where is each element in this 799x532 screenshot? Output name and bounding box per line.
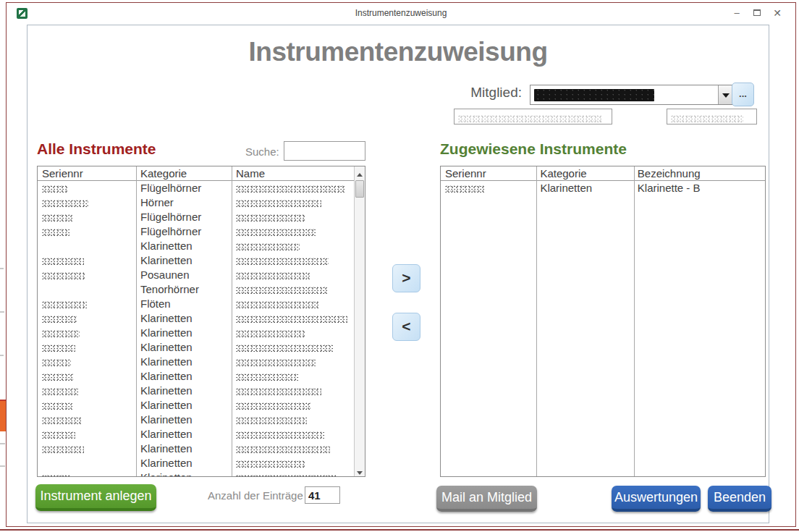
- maximize-button[interactable]: [749, 7, 765, 20]
- table-row[interactable]: Klarinetten: [38, 253, 365, 268]
- table-row[interactable]: Klarinetten: [38, 470, 365, 477]
- window-title: Instrumentenzuweisung: [7, 8, 795, 18]
- table-row[interactable]: Klarinetten: [38, 239, 365, 253]
- redacted-text: [236, 214, 305, 222]
- table-row[interactable]: Posaunen: [38, 268, 365, 282]
- table-row[interactable]: Klarinetten: [38, 355, 365, 369]
- column-header-bezeichnung[interactable]: Bezeichnung: [633, 166, 765, 180]
- table-cell: [232, 268, 355, 282]
- column-divider: [634, 166, 635, 476]
- table-cell: [38, 384, 136, 398]
- title-bar[interactable]: Instrumentenzuweisung – ✕: [7, 3, 795, 23]
- table-row[interactable]: Flügelhörner: [38, 224, 365, 239]
- redacted-text: [236, 301, 320, 309]
- table-row[interactable]: Flügelhörner: [38, 181, 365, 195]
- scrollbar-thumb[interactable]: [355, 180, 364, 198]
- table-row[interactable]: Klarinetten: [38, 442, 365, 456]
- table-cell: Flügelhörner: [136, 210, 232, 224]
- redacted-text: [42, 373, 74, 381]
- table-cell: [38, 224, 136, 239]
- redacted-text: [42, 417, 81, 425]
- redacted-text: [458, 115, 601, 124]
- table-cell: Klarinetten: [136, 311, 232, 326]
- member-label: Mitglied:: [449, 85, 522, 101]
- assign-instrument-button[interactable]: >: [392, 264, 420, 292]
- table-cell: [38, 268, 136, 282]
- table-cell: Klarinetten: [136, 427, 232, 442]
- table-cell: Hörner: [136, 195, 232, 210]
- redacted-text: [236, 287, 327, 295]
- table-row[interactable]: Flöten: [38, 297, 365, 311]
- table-row[interactable]: Klarinetten: [38, 384, 365, 398]
- scroll-up-button[interactable]: [355, 166, 365, 178]
- vertical-scrollbar[interactable]: [354, 166, 365, 476]
- table-row[interactable]: Klarinetten: [38, 326, 365, 340]
- table-cell: [232, 413, 355, 427]
- page-title: Instrumentenzuweisung: [27, 37, 769, 67]
- table-cell: [232, 384, 355, 398]
- redacted-text: [42, 229, 69, 237]
- mail-to-member-button[interactable]: Mail an Mitglied: [436, 486, 537, 512]
- table-cell: Klarinetten: [136, 384, 232, 398]
- table-row[interactable]: Klarinetten: [38, 340, 365, 355]
- table-row[interactable]: Klarinetten: [38, 311, 365, 326]
- minimize-icon: –: [734, 7, 739, 18]
- table-row[interactable]: Klarinetten: [38, 427, 365, 442]
- table-row[interactable]: KlarinettenKlarinette - B: [441, 181, 765, 195]
- redacted-text: [42, 475, 71, 477]
- table-cell: [232, 355, 355, 369]
- redacted-text: [236, 475, 337, 477]
- redacted-text: [671, 115, 743, 124]
- table-cell: Klarinetten: [136, 340, 232, 355]
- table-cell: [232, 326, 355, 340]
- member-browse-button[interactable]: ...: [732, 83, 754, 106]
- member-detail-field-2[interactable]: [667, 109, 757, 124]
- table-cell: Flöten: [136, 297, 232, 311]
- maximize-icon: [753, 9, 761, 16]
- member-combobox[interactable]: [530, 85, 733, 105]
- column-header-kategorie[interactable]: Kategorie: [536, 166, 633, 180]
- table-cell: [38, 239, 136, 253]
- redacted-text: [236, 229, 316, 237]
- scroll-down-button[interactable]: [355, 465, 365, 476]
- table-cell: [38, 413, 136, 427]
- table-cell: [232, 427, 355, 442]
- table-row[interactable]: Klarinetten: [38, 398, 365, 413]
- background-window-fragment: [0, 465, 5, 467]
- table-row[interactable]: Hörner: [38, 195, 365, 210]
- minimize-button[interactable]: –: [729, 7, 745, 20]
- redacted-text: [236, 388, 321, 396]
- background-window-fragment: [0, 355, 4, 356]
- table-row[interactable]: Flügelhörner: [38, 210, 365, 224]
- column-divider: [136, 166, 137, 476]
- table-row[interactable]: Klarinetten: [38, 413, 365, 427]
- table-row[interactable]: Tenorhörner: [38, 282, 365, 297]
- close-button[interactable]: ✕: [769, 7, 785, 20]
- desktop: Instrumentenzuweisung – ✕ Instrumentenzu…: [0, 0, 799, 532]
- column-header-seriennr[interactable]: Seriennr: [441, 166, 536, 180]
- table-cell: [232, 253, 355, 268]
- create-instrument-button[interactable]: Instrument anlegen: [35, 484, 156, 511]
- reports-button[interactable]: Auswertungen: [612, 486, 701, 512]
- column-header-name[interactable]: Name: [232, 166, 355, 180]
- redacted-text: [42, 200, 88, 208]
- table-row[interactable]: Klarinetten: [38, 369, 365, 384]
- table-cell: [232, 442, 355, 456]
- table-cell: [441, 181, 536, 195]
- column-header-kategorie[interactable]: Kategorie: [136, 166, 232, 180]
- combo-dropdown-button[interactable]: [718, 85, 732, 104]
- table-cell: Klarinetten: [136, 456, 232, 470]
- table-row[interactable]: Klarinetten: [38, 456, 365, 470]
- table-cell: Klarinetten: [136, 413, 232, 427]
- member-detail-field-1[interactable]: [454, 109, 612, 124]
- column-header-seriennr[interactable]: Seriennr: [38, 166, 136, 180]
- redacted-text: [236, 402, 311, 410]
- search-input[interactable]: [284, 141, 365, 161]
- table-cell: [38, 398, 136, 413]
- entry-count-field[interactable]: [305, 486, 340, 504]
- redacted-text: [42, 272, 85, 280]
- quit-button[interactable]: Beenden: [708, 486, 771, 512]
- background-window-fragment: [0, 311, 4, 313]
- unassign-instrument-button[interactable]: <: [392, 313, 420, 341]
- table-cell: [232, 224, 355, 239]
